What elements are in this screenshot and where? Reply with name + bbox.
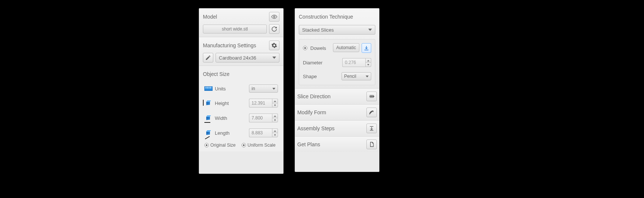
chevron-up-icon: [367, 60, 369, 61]
section-model: Model short wide.stl: [199, 9, 283, 37]
material-dropdown[interactable]: Cardboard 24x36: [216, 53, 279, 63]
length-input[interactable]: [249, 128, 272, 137]
radio-icon: [303, 46, 307, 50]
document-icon: [369, 141, 375, 147]
shape-label: Shape: [303, 74, 317, 79]
refresh-icon: [271, 26, 277, 32]
chevron-down-icon: [272, 57, 276, 59]
edit-material-button[interactable]: [203, 53, 213, 63]
chevron-up-icon: [274, 100, 276, 102]
model-file-name: short wide.stl: [222, 26, 248, 32]
units-label: Units: [215, 86, 237, 92]
section-title-construction: Construction Technique: [299, 14, 353, 20]
get-plans-button[interactable]: [366, 140, 377, 149]
slice-direction-button[interactable]: [366, 92, 377, 101]
uniform-scale-label: Uniform Scale: [247, 143, 275, 148]
section-title-assembly-steps: Assembly Steps: [297, 125, 334, 131]
material-value: Cardboard 24x36: [219, 55, 256, 61]
panel-left: Model short wide.stl Manufacturing Setti…: [199, 8, 284, 174]
reload-button[interactable]: [269, 24, 279, 34]
length-step-up[interactable]: [272, 128, 278, 133]
diameter-step-up[interactable]: [365, 58, 371, 63]
width-input[interactable]: [249, 114, 272, 122]
ruler-icon: [204, 85, 213, 92]
width-step-up[interactable]: [272, 114, 278, 118]
assembly-icon: [369, 125, 375, 131]
chevron-down-icon: [274, 105, 276, 106]
section-manufacturing: Manufacturing Settings Cardboard 24x36: [199, 37, 283, 66]
section-construction: Construction Technique Stacked Slices Do…: [295, 9, 379, 89]
chevron-down-icon: [367, 64, 369, 66]
eye-icon: [271, 14, 277, 20]
section-assembly-steps: Assembly Steps: [295, 121, 379, 137]
height-icon: [204, 100, 213, 106]
dowels-block: Dowels Automatic Diameter: [299, 39, 375, 85]
chevron-down-icon: [368, 29, 372, 31]
length-row: Length: [203, 125, 279, 140]
section-title-manufacturing: Manufacturing Settings: [203, 42, 256, 48]
width-row: Width: [203, 111, 279, 125]
length-icon: [204, 130, 213, 136]
manufacturing-settings-button[interactable]: [269, 41, 279, 50]
svg-point-0: [274, 16, 275, 17]
section-object-size: Object Size Units in Height: [199, 66, 283, 151]
width-step-down[interactable]: [272, 118, 278, 122]
dowels-mode-label: Automatic: [336, 45, 356, 50]
section-title-object-size: Object Size: [203, 71, 230, 77]
section-modify-form: Modify Form: [295, 105, 379, 121]
height-label: Height: [215, 100, 237, 106]
chevron-up-icon: [274, 115, 276, 117]
shape-value: Pencil: [344, 74, 356, 79]
assembly-steps-button[interactable]: [366, 124, 377, 133]
uniform-scale-radio[interactable]: Uniform Scale: [242, 143, 275, 148]
preview-button[interactable]: [269, 12, 279, 22]
section-title-modify-form: Modify Form: [297, 109, 326, 115]
slice-direction-icon: [369, 93, 375, 99]
gear-icon: [271, 42, 277, 48]
chevron-down-icon: [366, 76, 369, 77]
technique-value: Stacked Slices: [302, 27, 334, 33]
height-row: Height: [203, 96, 279, 111]
chevron-up-icon: [274, 130, 276, 132]
modify-form-button[interactable]: [366, 108, 377, 117]
units-value: in: [252, 86, 255, 91]
diameter-input[interactable]: [342, 58, 365, 67]
section-slice-direction: Slice Direction: [295, 89, 379, 105]
align-bottom-icon: [363, 45, 369, 51]
radio-icon: [242, 143, 246, 147]
units-dropdown[interactable]: in: [249, 84, 278, 93]
length-label: Length: [215, 130, 237, 136]
dowels-mode-button[interactable]: Automatic: [333, 43, 359, 52]
units-row: Units in: [203, 82, 279, 96]
dowels-radio[interactable]: Dowels: [303, 45, 326, 51]
height-input[interactable]: [249, 99, 272, 108]
shape-dropdown[interactable]: Pencil: [342, 72, 371, 80]
chevron-down-icon: [274, 134, 276, 136]
technique-dropdown[interactable]: Stacked Slices: [299, 25, 375, 35]
height-step-up[interactable]: [272, 99, 278, 103]
model-file-button[interactable]: short wide.stl: [203, 25, 267, 33]
width-icon: [204, 115, 213, 121]
pencil-icon: [205, 55, 211, 61]
panel-right: Construction Technique Stacked Slices Do…: [295, 8, 379, 172]
section-title-model: Model: [203, 14, 217, 20]
chevron-down-icon: [272, 88, 275, 90]
section-get-plans: Get Plans: [295, 137, 379, 152]
expand-arrow-icon: [369, 109, 375, 115]
radio-icon: [204, 143, 209, 147]
width-label: Width: [215, 115, 237, 121]
section-title-slice-direction: Slice Direction: [297, 93, 330, 99]
section-title-get-plans: Get Plans: [297, 141, 320, 147]
dowels-align-button[interactable]: [362, 43, 371, 53]
chevron-down-icon: [274, 119, 276, 121]
diameter-label: Diameter: [303, 60, 323, 66]
height-step-down[interactable]: [272, 103, 278, 108]
length-step-down[interactable]: [272, 133, 278, 137]
original-size-radio[interactable]: Original Size: [204, 143, 236, 148]
diameter-step-down[interactable]: [365, 63, 371, 67]
original-size-label: Original Size: [210, 143, 236, 148]
dowels-label: Dowels: [310, 45, 326, 51]
